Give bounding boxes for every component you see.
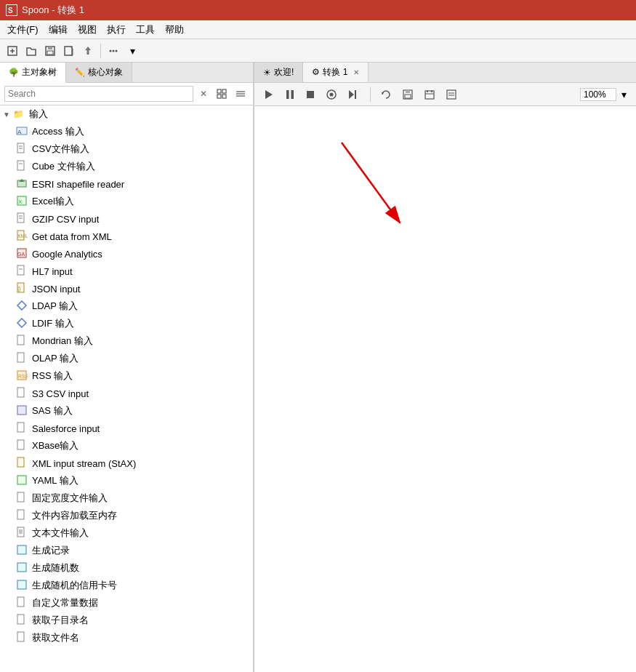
menu-help[interactable]: 帮助 bbox=[161, 22, 188, 38]
tab-core-objects[interactable]: ✏️ 核心对象 bbox=[66, 63, 132, 82]
zoom-dropdown-button[interactable]: ▾ bbox=[618, 87, 630, 103]
tab-welcome[interactable]: ☀ 欢迎! bbox=[254, 63, 303, 82]
list-item[interactable]: HL7 input bbox=[0, 263, 253, 280]
zoom-selector: ▾ bbox=[580, 87, 630, 103]
list-item[interactable]: X Excel输入 bbox=[0, 193, 253, 210]
svg-rect-61 bbox=[17, 563, 26, 572]
svg-rect-52 bbox=[17, 457, 24, 467]
more-button[interactable] bbox=[105, 43, 121, 59]
pause-button[interactable] bbox=[282, 87, 298, 102]
left-tab-bar: 🌳 主对象树 ✏️ 核心对象 bbox=[0, 63, 253, 83]
item-label: LDAP 输入 bbox=[32, 300, 78, 313]
list-item[interactable]: 生成记录 bbox=[0, 542, 253, 559]
left-panel: 🌳 主对象树 ✏️ 核心对象 ✕ ▼ 📁 输入 bbox=[0, 63, 254, 672]
export-button[interactable] bbox=[80, 43, 96, 59]
expand-button[interactable] bbox=[214, 86, 230, 102]
list-item[interactable]: GA Google Analytics bbox=[0, 245, 253, 263]
open-button[interactable] bbox=[23, 43, 39, 59]
list-item[interactable]: RSS RSS 输入 bbox=[0, 367, 253, 385]
list-item[interactable]: Mondrian 输入 bbox=[0, 332, 253, 350]
exec-toolbar: ▾ bbox=[254, 83, 636, 106]
tab-transform[interactable]: ⚙ 转换 1 ✕ bbox=[303, 63, 369, 82]
item-label: RSS 输入 bbox=[32, 369, 73, 383]
esri-icon bbox=[16, 177, 29, 191]
new-button[interactable] bbox=[4, 43, 20, 59]
item-label: Excel输入 bbox=[32, 195, 74, 208]
menu-tools[interactable]: 工具 bbox=[132, 22, 159, 38]
save-exec-button[interactable] bbox=[399, 87, 416, 102]
list-item[interactable]: CSV文件输入 bbox=[0, 140, 253, 158]
item-label: ESRI shapefile reader bbox=[32, 179, 124, 190]
tab-main-tree[interactable]: 🌳 主对象树 bbox=[0, 63, 66, 83]
result-button[interactable] bbox=[443, 87, 460, 102]
list-item[interactable]: Cube 文件输入 bbox=[0, 158, 253, 175]
menu-execute[interactable]: 执行 bbox=[102, 22, 130, 38]
list-item[interactable]: 生成随机数 bbox=[0, 559, 253, 577]
list-item[interactable]: YAML 输入 bbox=[0, 472, 253, 489]
debug-button[interactable] bbox=[323, 87, 340, 102]
menu-file[interactable]: 文件(F) bbox=[3, 22, 43, 38]
list-item[interactable]: 文件内容加载至内存 bbox=[0, 507, 253, 524]
list-item[interactable]: GZIP CSV input bbox=[0, 210, 253, 228]
list-item[interactable]: LDIF 输入 bbox=[0, 315, 253, 332]
getsubdir-icon bbox=[16, 614, 29, 628]
menu-bar: 文件(F) 编辑 视图 执行 工具 帮助 bbox=[0, 20, 636, 39]
gzip-icon bbox=[16, 212, 29, 226]
svg-rect-45 bbox=[17, 353, 24, 362]
stop-button[interactable] bbox=[302, 88, 318, 101]
item-label: OLAP 输入 bbox=[32, 352, 79, 365]
list-item[interactable]: 生成随机的信用卡号 bbox=[0, 577, 253, 594]
list-item[interactable]: LDAP 输入 bbox=[0, 297, 253, 315]
genrand-icon bbox=[16, 561, 29, 575]
csv-icon bbox=[16, 143, 29, 156]
list-item[interactable]: 文本文件输入 bbox=[0, 524, 253, 542]
list-item[interactable]: 固定宽度文件输入 bbox=[0, 489, 253, 507]
svg-marker-42 bbox=[17, 301, 26, 310]
tree-root-label: 输入 bbox=[29, 108, 48, 121]
svg-rect-62 bbox=[17, 580, 26, 589]
list-item[interactable]: ESRI shapefile reader bbox=[0, 175, 253, 193]
save-button[interactable] bbox=[42, 43, 58, 59]
ldif-icon bbox=[16, 317, 29, 331]
right-tab-bar: ☀ 欢迎! ⚙ 转换 1 ✕ bbox=[254, 63, 636, 83]
run-button[interactable] bbox=[260, 87, 278, 102]
tree-container[interactable]: ▼ 📁 输入 A Access 输入 CSV文件输入 bbox=[0, 105, 253, 672]
svg-marker-66 bbox=[265, 90, 273, 99]
list-item[interactable]: XML input stream (StAX) bbox=[0, 455, 253, 472]
collapse-button[interactable] bbox=[233, 86, 249, 102]
menu-edit[interactable]: 编辑 bbox=[44, 22, 72, 38]
main-layout: 🌳 主对象树 ✏️ 核心对象 ✕ ▼ 📁 输入 bbox=[0, 63, 636, 672]
analytics-icon: GA bbox=[16, 247, 29, 261]
svg-rect-53 bbox=[17, 476, 26, 484]
search-input[interactable] bbox=[4, 86, 193, 102]
list-item[interactable]: 自定义常量数据 bbox=[0, 594, 253, 612]
item-label: S3 CSV input bbox=[32, 388, 89, 399]
step-button[interactable] bbox=[345, 87, 363, 102]
item-label: 文件内容加载至内存 bbox=[32, 509, 117, 522]
tab-close-button[interactable]: ✕ bbox=[353, 68, 359, 76]
list-item[interactable]: A Access 输入 bbox=[0, 123, 253, 140]
dropdown-button[interactable]: ▾ bbox=[124, 43, 140, 59]
saveas-button[interactable] bbox=[61, 43, 77, 59]
list-item[interactable]: OLAP 输入 bbox=[0, 350, 253, 367]
zoom-input[interactable] bbox=[580, 88, 616, 101]
item-label: XBase输入 bbox=[32, 439, 79, 452]
list-item[interactable]: 获取文件名 bbox=[0, 629, 253, 647]
list-item[interactable]: SAS 输入 bbox=[0, 402, 253, 420]
canvas-area[interactable] bbox=[254, 106, 636, 672]
schedule-button[interactable] bbox=[421, 87, 438, 102]
svg-rect-69 bbox=[307, 91, 314, 98]
list-item[interactable]: {} JSON input bbox=[0, 280, 253, 297]
mondrian-icon bbox=[16, 335, 29, 348]
list-item[interactable]: XBase输入 bbox=[0, 437, 253, 455]
list-item[interactable]: XML Get data from XML bbox=[0, 228, 253, 245]
list-item[interactable]: 获取子目录名 bbox=[0, 612, 253, 629]
search-clear-button[interactable]: ✕ bbox=[196, 87, 211, 101]
tree-root-input[interactable]: ▼ 📁 输入 bbox=[0, 105, 253, 123]
menu-view[interactable]: 视图 bbox=[73, 22, 101, 38]
list-item[interactable]: S3 CSV input bbox=[0, 385, 253, 402]
list-item[interactable]: Salesforce input bbox=[0, 420, 253, 437]
svg-point-11 bbox=[113, 49, 115, 52]
replay-button[interactable] bbox=[377, 87, 395, 102]
item-label: 固定宽度文件输入 bbox=[32, 492, 108, 505]
